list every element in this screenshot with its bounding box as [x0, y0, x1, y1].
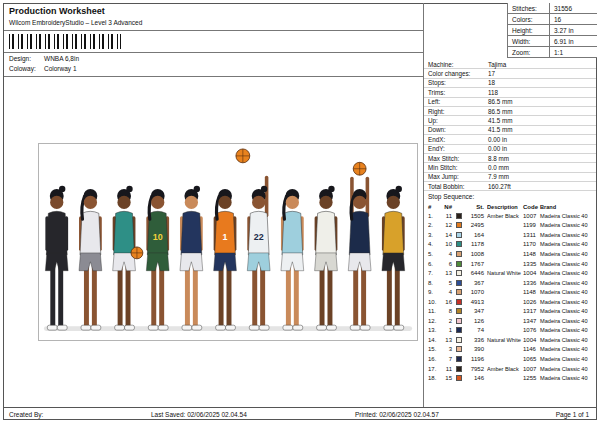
thread-code: 1148	[523, 251, 540, 257]
thread-brand: Madeira Classic 40	[540, 318, 588, 324]
machine-label: EndX:	[424, 136, 488, 143]
machine-value: 86.5 mm	[488, 108, 513, 115]
stitch-count: 1767	[464, 261, 484, 267]
stop-sequence-row: 9.410701148Madeira Classic 40	[428, 287, 596, 297]
thread-brand: Madeira Classic 40	[540, 346, 588, 352]
thread-color-chip	[456, 289, 462, 295]
machine-row: EndY:0.00 in	[424, 145, 596, 154]
thread-color-chip	[456, 280, 462, 286]
printed-text: Printed: 02/06/2025 02.04.57	[355, 411, 439, 418]
thread-color-chip	[456, 232, 462, 238]
col-brand: Brand	[540, 204, 556, 210]
player-figure: 10	[146, 189, 169, 330]
machine-value: 0.00 in	[488, 136, 507, 143]
thread-color-chip	[456, 337, 462, 343]
machine-row: Max Stitch:8.8 mm	[424, 154, 596, 163]
stop-sequence-row: 16.711961065Madeira Classic 40	[428, 354, 596, 364]
player-figure	[45, 186, 68, 330]
stitch-count: 74	[464, 327, 484, 333]
stitch-count: 6446	[464, 270, 484, 276]
needle-num: 4	[441, 251, 452, 257]
thread-brand: Madeira Classic 40	[540, 327, 588, 333]
stitch-count: 1008	[464, 251, 484, 257]
stop-sequence-row: 17.117952Amber Black1007Madeira Classic …	[428, 364, 596, 374]
thread-color-chip	[456, 346, 462, 352]
machine-row: Left:86.5 mm	[424, 98, 596, 107]
design-label: Design:	[9, 55, 44, 62]
divider	[4, 52, 423, 53]
machine-row: Min Stitch:0.0 mm	[424, 163, 596, 172]
player-figure	[315, 186, 338, 330]
divider	[4, 76, 423, 77]
stop-sequence-row: 12.21261347Madeira Classic 40	[428, 316, 596, 326]
machine-label: Max Stitch:	[424, 155, 488, 162]
thread-color-chip	[456, 318, 462, 324]
player-figure	[113, 186, 143, 330]
stitch-count: 367	[464, 280, 484, 286]
thread-brand: Madeira Classic 40	[540, 337, 588, 343]
machine-row: EndX:0.00 in	[424, 135, 596, 144]
stitch-count: 4913	[464, 299, 484, 305]
stop-num: 14.	[428, 337, 441, 343]
thread-description: Amber Black	[487, 213, 523, 219]
last-saved-text: Last Saved: 02/06/2025 02.04.54	[151, 411, 247, 418]
machine-value: 0.00 in	[488, 145, 507, 152]
machine-value: 86.5 mm	[488, 98, 513, 105]
thread-code: 1336	[523, 280, 540, 286]
thread-color-chip	[456, 299, 462, 305]
machine-row: Trims:118	[424, 88, 596, 97]
needle-num: 11	[441, 366, 452, 372]
thread-code: 1199	[523, 222, 540, 228]
machine-label: Color changes:	[424, 70, 488, 77]
machine-label: Trims:	[424, 89, 488, 96]
thread-brand: Madeira Classic 40	[540, 375, 588, 381]
svg-text:1: 1	[223, 232, 228, 242]
thread-code: 1146	[523, 346, 540, 352]
stop-num: 5.	[428, 251, 441, 257]
needle-num: 1	[441, 327, 452, 333]
stitch-count: 347	[464, 308, 484, 314]
needle-num: 16	[441, 299, 452, 305]
needle-num: 4	[441, 289, 452, 295]
summary-label: Zoom:	[508, 47, 550, 57]
thread-color-chip	[456, 308, 462, 314]
stop-num: 3.	[428, 232, 441, 238]
stop-sequence-row: 7.136446Natural White1004Madeira Classic…	[428, 268, 596, 278]
colorway-value: Colorway 1	[44, 65, 77, 72]
thread-brand: Madeira Classic 40	[540, 270, 588, 276]
machine-value: Tajima	[488, 61, 506, 68]
player-figure: 22	[247, 176, 270, 330]
barcode	[9, 34, 121, 49]
thread-code: 1148	[523, 289, 540, 295]
stop-sequence-row: 11.83471317Madeira Classic 40	[428, 306, 596, 316]
thread-description: Natural White	[487, 337, 523, 343]
thread-brand: Madeira Classic 40	[540, 366, 588, 372]
stitch-count: 1196	[464, 356, 484, 362]
thread-code: 1004	[523, 270, 540, 276]
thread-color-chip	[456, 241, 462, 247]
stop-sequence-row: 4.1011781170Madeira Classic 40	[428, 240, 596, 250]
stop-num: 10.	[428, 299, 441, 305]
thread-brand: Madeira Classic 40	[540, 308, 588, 314]
thread-code: 1170	[523, 241, 540, 247]
stop-num: 8.	[428, 280, 441, 286]
thread-code: 1076	[523, 327, 540, 333]
thread-code: 1255	[523, 375, 540, 381]
stitch-count: 126	[464, 318, 484, 324]
needle-num: 14	[441, 232, 452, 238]
col-num: #	[428, 204, 441, 210]
thread-brand: Madeira Classic 40	[540, 299, 588, 305]
stop-sequence-row: 10.1649131026Madeira Classic 40	[428, 297, 596, 307]
thread-code: 1007	[523, 213, 540, 219]
stitch-count: 336	[464, 337, 484, 343]
stop-sequence-row: 5.410081148Madeira Classic 40	[428, 249, 596, 259]
stop-sequence-row: 18.151461255Madeira Classic 40	[428, 373, 596, 383]
stop-num: 18.	[428, 375, 441, 381]
needle-num: 12	[441, 222, 452, 228]
stop-num: 4.	[428, 241, 441, 247]
machine-value: 118	[488, 89, 498, 96]
thread-code: 1007	[523, 366, 540, 372]
summary-value: 3.27 in	[550, 25, 574, 35]
thread-brand: Madeira Classic 40	[540, 241, 588, 247]
machine-row: Up:41.5 mm	[424, 116, 596, 125]
